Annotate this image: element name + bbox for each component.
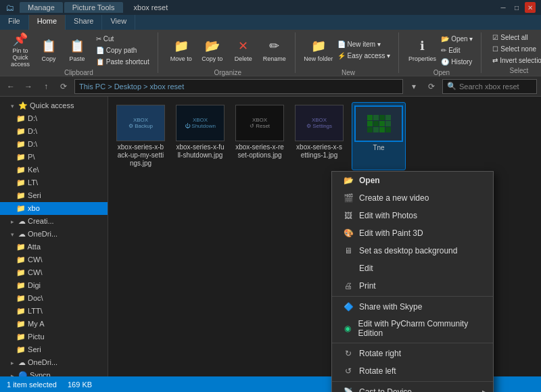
sidebar-item-cw1[interactable]: 📁 CW\ bbox=[0, 253, 108, 266]
select-none-button[interactable]: ☐ Select none bbox=[490, 44, 541, 54]
ctx-open[interactable]: 📂 Open bbox=[332, 172, 493, 189]
cut-button[interactable]: ✂ Cut bbox=[93, 34, 152, 44]
copy-path-button[interactable]: 📄 Copy path bbox=[93, 45, 152, 55]
sidebar-item-atta[interactable]: 📁 Atta bbox=[0, 241, 108, 253]
ctx-paint3d[interactable]: 🎨 Edit with Paint 3D bbox=[332, 224, 493, 242]
ctx-cast[interactable]: 📡 Cast to Device ▶ bbox=[332, 383, 493, 392]
history-button[interactable]: 🕐 History bbox=[438, 57, 475, 67]
sidebar-item-ltt[interactable]: 📁 LTT\ bbox=[0, 305, 108, 318]
sidebar-item-syncp[interactable]: ▸ 🔵 Syncp bbox=[0, 369, 108, 376]
file-name-2: xbox-series-x-reset-options.jpg bbox=[235, 143, 284, 160]
video-icon: 🎬 bbox=[343, 193, 354, 203]
expand-button[interactable]: ▾ bbox=[407, 80, 421, 93]
forward-button[interactable]: → bbox=[22, 80, 35, 93]
close-button[interactable]: ✕ bbox=[525, 2, 536, 13]
delete-button[interactable]: ✕ Delete bbox=[229, 32, 258, 68]
ctx-pycharm[interactable]: ◉ Edit with PyCharm Community Edition bbox=[332, 316, 493, 341]
ctx-rotate-right[interactable]: ↻ Rotate right bbox=[332, 345, 493, 362]
sidebar-item-pictu[interactable]: 📁 Pictu bbox=[0, 330, 108, 343]
sidebar-item-onedrive[interactable]: ▾ ☁ OneDri... bbox=[0, 228, 108, 241]
new-buttons: 📁 New folder 📄 New item ▾ ⚡ Easy access … bbox=[304, 32, 394, 68]
file-name-4: Tne bbox=[373, 144, 384, 152]
maximize-button[interactable]: □ bbox=[511, 2, 522, 13]
chevron-icon: ▸ bbox=[11, 360, 14, 366]
file-item-4[interactable]: Tne bbox=[352, 102, 406, 170]
new-item-button[interactable]: 📄 New item ▾ bbox=[335, 39, 394, 49]
refresh-button[interactable]: ⟳ bbox=[57, 80, 70, 93]
copy-to-icon: 📂 bbox=[204, 38, 220, 54]
copy-button[interactable]: 📋 Copy bbox=[37, 32, 61, 68]
ctx-share-skype[interactable]: 🔷 Share with Skype bbox=[332, 298, 493, 316]
ribbon-group-clipboard: 📌 Pin to Quick access 📋 Copy 📋 Paste ✂ C… bbox=[5, 32, 158, 73]
organize-buttons: 📁 Move to 📂 Copy to ✕ Delete ✏ Rename bbox=[166, 32, 289, 68]
pin-to-quick-button[interactable]: 📌 Pin to Quick access bbox=[5, 32, 35, 68]
chevron-icon: ▸ bbox=[11, 372, 14, 377]
thumb-content-3: XBOX⚙ Settings bbox=[296, 105, 343, 141]
sidebar-item-digi[interactable]: 📁 Digi bbox=[0, 279, 108, 292]
file-item-1[interactable]: XBOX⏻ Shutdown xbox-series-x-full-shutdo… bbox=[173, 102, 227, 170]
ribbon-tab-view[interactable]: View bbox=[102, 15, 135, 30]
sidebar-item-xbo[interactable]: 📁 xbo bbox=[0, 202, 108, 215]
sidebar-item-mya[interactable]: 📁 My A bbox=[0, 318, 108, 330]
sidebar-item-quick-access[interactable]: ▾ ⭐ Quick access bbox=[0, 99, 108, 112]
small-clipboard-col: ✂ Cut 📄 Copy path 📋 Paste shortcut bbox=[93, 34, 152, 67]
back-button[interactable]: ← bbox=[4, 80, 18, 93]
move-to-button[interactable]: 📁 Move to bbox=[166, 32, 196, 68]
sidebar-item-lt[interactable]: 📁 LT\ bbox=[0, 176, 108, 189]
address-path[interactable]: This PC > Desktop > xbox reset bbox=[74, 79, 403, 94]
ctx-rotate-left[interactable]: ↺ Rotate left bbox=[332, 362, 493, 380]
open-buttons: ℹ Properties 📂 Open ▾ ✏ Edit 🕐 History bbox=[407, 32, 475, 68]
paste-shortcut-button[interactable]: 📋 Paste shortcut bbox=[93, 57, 152, 67]
file-item-0[interactable]: XBOX⚙ Backup xbox-series-x-back-up-my-se… bbox=[114, 102, 168, 170]
search-box[interactable]: 🔍 Search xbox reset bbox=[442, 79, 537, 94]
ctx-edit-photos[interactable]: 🖼 Edit with Photos bbox=[332, 207, 493, 224]
sidebar-item-seri2[interactable]: 📁 Seri bbox=[0, 343, 108, 356]
title-tab-manage[interactable]: Manage bbox=[20, 2, 63, 13]
edit-icon bbox=[343, 263, 354, 274]
ribbon-tab-file[interactable]: File bbox=[0, 15, 29, 30]
invert-selection-button[interactable]: ⇄ Invert selection bbox=[490, 55, 541, 66]
ribbon-tab-share[interactable]: Share bbox=[66, 15, 102, 30]
rename-button[interactable]: ✏ Rename bbox=[260, 32, 289, 68]
ribbon-tab-home[interactable]: Home bbox=[29, 15, 66, 30]
sidebar-item-d1[interactable]: 📁 D:\ bbox=[0, 112, 108, 125]
sidebar-item-label: ⭐ Quick access bbox=[18, 101, 74, 110]
file-thumbnail-2: XBOX↺ Reset bbox=[235, 105, 284, 141]
sidebar-item-seri[interactable]: 📁 Seri bbox=[0, 189, 108, 202]
minimize-button[interactable]: ─ bbox=[498, 2, 509, 13]
delete-icon: ✕ bbox=[235, 38, 252, 54]
sidebar-item-p[interactable]: 📁 P\ bbox=[0, 151, 108, 164]
file-name-1: xbox-series-x-full-shutdown.jpg bbox=[176, 143, 225, 160]
sidebar-item-ke[interactable]: 📁 Ke\ bbox=[0, 164, 108, 176]
select-all-button[interactable]: ☑ Select all bbox=[490, 32, 541, 43]
sidebar-item-d3[interactable]: 📁 D:\ bbox=[0, 138, 108, 151]
ribbon-group-organize: 📁 Move to 📂 Copy to ✕ Delete ✏ Rename Or… bbox=[166, 32, 296, 73]
window-title: xbox reset bbox=[134, 3, 168, 11]
file-item-2[interactable]: XBOX↺ Reset xbox-series-x-reset-options.… bbox=[233, 102, 287, 170]
open-label: Open bbox=[407, 69, 475, 76]
rotate-right-icon: ↻ bbox=[343, 348, 354, 359]
copy-to-button[interactable]: 📂 Copy to bbox=[197, 32, 227, 68]
sidebar-item-creative[interactable]: ▸ ☁ Creati... bbox=[0, 215, 108, 228]
paste-button[interactable]: 📋 Paste bbox=[62, 32, 92, 68]
easy-access-button[interactable]: ⚡ Easy access ▾ bbox=[335, 51, 394, 61]
ctx-edit[interactable]: Edit bbox=[332, 260, 493, 277]
properties-button[interactable]: ℹ Properties bbox=[407, 32, 437, 68]
refresh-path-button[interactable]: ⟳ bbox=[425, 80, 438, 93]
ctx-print[interactable]: 🖨 Print bbox=[332, 277, 493, 295]
edit-button[interactable]: ✏ Edit bbox=[438, 45, 475, 55]
new-folder-button[interactable]: 📁 New folder bbox=[304, 32, 333, 68]
title-tab-picture-tools[interactable]: Picture Tools bbox=[64, 2, 123, 13]
rename-icon: ✏ bbox=[266, 38, 283, 54]
sidebar-item-d2[interactable]: 📁 D:\ bbox=[0, 125, 108, 138]
ctx-create-video[interactable]: 🎬 Create a new video bbox=[332, 189, 493, 207]
sidebar-item-onedrive2[interactable]: ▸ ☁ OneDri... bbox=[0, 356, 108, 369]
up-button[interactable]: ↑ bbox=[39, 80, 53, 93]
file-item-3[interactable]: XBOX⚙ Settings xbox-series-x-settings-1.… bbox=[292, 102, 346, 170]
open-button[interactable]: 📂 Open ▾ bbox=[438, 34, 475, 44]
sidebar-item-doc[interactable]: 📁 Doc\ bbox=[0, 292, 108, 305]
sidebar-item-cw2[interactable]: 📁 CW\ bbox=[0, 266, 108, 279]
search-placeholder: Search xbox reset bbox=[459, 82, 519, 91]
ctx-set-desktop[interactable]: 🖥 Set as desktop background bbox=[332, 242, 493, 260]
sidebar-item-label: ☁ OneDri... bbox=[18, 230, 57, 239]
